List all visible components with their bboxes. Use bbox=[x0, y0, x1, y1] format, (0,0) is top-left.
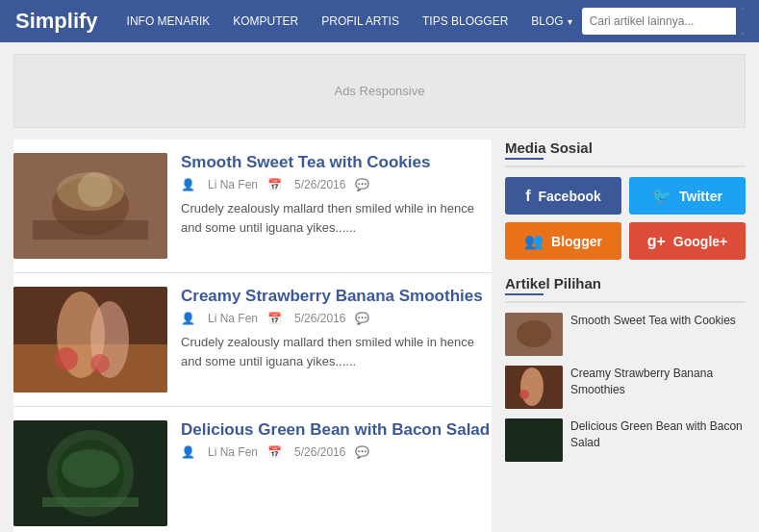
twitter-icon: 🐦 bbox=[652, 187, 671, 205]
comment-icon: 💬 bbox=[355, 445, 369, 459]
article-thumbnail[interactable] bbox=[13, 420, 167, 526]
article-title[interactable]: Smooth Sweet Tea with Cookies bbox=[181, 153, 492, 172]
svg-rect-21 bbox=[505, 418, 563, 462]
list-item: Delicious Green Bean with Bacon Salad bbox=[505, 418, 746, 462]
googleplus-icon: g+ bbox=[647, 233, 666, 250]
table-row: Creamy Strawberry Banana Smoothies 👤 Li … bbox=[13, 273, 492, 407]
article-meta: 👤 Li Na Fen 📅 5/26/2016 💬 bbox=[181, 312, 492, 325]
table-row: Smooth Sweet Tea with Cookies 👤 Li Na Fe… bbox=[13, 139, 492, 273]
article-date: 5/26/2016 bbox=[294, 445, 345, 459]
article-body: Delicious Green Bean with Bacon Salad 👤 … bbox=[181, 420, 492, 526]
nav-profil-artis[interactable]: PROFIL ARTIS bbox=[312, 9, 409, 34]
calendar-icon: 📅 bbox=[267, 445, 282, 459]
article-thumbnail[interactable] bbox=[13, 287, 167, 393]
blogger-icon: 👥 bbox=[524, 232, 544, 250]
search-input[interactable] bbox=[582, 11, 736, 32]
svg-point-17 bbox=[517, 320, 551, 347]
article-body: Smooth Sweet Tea with Cookies 👤 Li Na Fe… bbox=[181, 153, 492, 259]
article-title[interactable]: Creamy Strawberry Banana Smoothies bbox=[181, 287, 492, 306]
list-item: Smooth Sweet Tea with Cookies bbox=[505, 313, 746, 356]
svg-point-19 bbox=[520, 367, 544, 406]
header: Simplify INFO MENARIK KOMPUTER PROFIL AR… bbox=[0, 0, 759, 42]
search-button[interactable]: 🔍 bbox=[736, 8, 744, 35]
calendar-icon: 📅 bbox=[267, 178, 282, 191]
featured-thumbnail[interactable] bbox=[505, 418, 563, 462]
featured-thumbnail[interactable] bbox=[505, 313, 563, 356]
featured-article-title[interactable]: Creamy Strawberry Banana Smoothies bbox=[570, 366, 746, 398]
nav-tips-blogger[interactable]: TIPS BLOGGER bbox=[413, 9, 518, 34]
social-grid: f Facebook 🐦 Twitter 👥 Blogger g+ Google… bbox=[505, 177, 746, 260]
author-icon: 👤 bbox=[181, 178, 195, 191]
list-item: Creamy Strawberry Banana Smoothies bbox=[505, 366, 746, 409]
article-excerpt: Crudely zealously mallard then smiled wh… bbox=[181, 333, 492, 370]
article-meta: 👤 Li Na Fen 📅 5/26/2016 💬 bbox=[181, 178, 492, 191]
nav-komputer[interactable]: KOMPUTER bbox=[223, 9, 308, 34]
author-icon: 👤 bbox=[181, 445, 195, 459]
article-thumbnail[interactable] bbox=[13, 153, 167, 259]
svg-rect-14 bbox=[42, 497, 139, 507]
blogger-button[interactable]: 👥 Blogger bbox=[505, 222, 621, 260]
main-nav: INFO MENARIK KOMPUTER PROFIL ARTIS TIPS … bbox=[117, 9, 582, 34]
article-date: 5/26/2016 bbox=[294, 178, 345, 191]
search-form: 🔍 bbox=[582, 8, 744, 35]
facebook-icon: f bbox=[525, 188, 530, 205]
site-logo[interactable]: Simplify bbox=[15, 9, 98, 34]
googleplus-button[interactable]: g+ Google+ bbox=[629, 222, 746, 260]
main-content: Smooth Sweet Tea with Cookies 👤 Li Na Fe… bbox=[0, 139, 759, 532]
svg-point-4 bbox=[78, 172, 113, 207]
facebook-button[interactable]: f Facebook bbox=[505, 177, 621, 215]
svg-point-10 bbox=[90, 354, 110, 373]
featured-article-title[interactable]: Delicious Green Bean with Bacon Salad bbox=[570, 418, 746, 451]
article-author: Li Na Fen bbox=[208, 178, 258, 191]
author-icon: 👤 bbox=[181, 312, 195, 325]
calendar-icon: 📅 bbox=[267, 312, 282, 325]
article-date: 5/26/2016 bbox=[294, 312, 345, 325]
article-meta: 👤 Li Na Fen 📅 5/26/2016 💬 bbox=[181, 445, 492, 459]
artikel-pilihan-title: Artikel Pilihan bbox=[505, 275, 746, 303]
chevron-down-icon: ▾ bbox=[568, 16, 572, 27]
article-title[interactable]: Delicious Green Bean with Bacon Salad bbox=[181, 420, 492, 440]
article-author: Li Na Fen bbox=[208, 445, 258, 459]
featured-article-title[interactable]: Smooth Sweet Tea with Cookies bbox=[570, 313, 736, 329]
media-sosial-title: Media Sosial bbox=[505, 139, 746, 167]
svg-point-9 bbox=[55, 347, 78, 370]
media-sosial-section: Media Sosial f Facebook 🐦 Twitter 👥 Blog… bbox=[505, 139, 746, 260]
article-body: Creamy Strawberry Banana Smoothies 👤 Li … bbox=[181, 287, 492, 393]
table-row: Delicious Green Bean with Bacon Salad 👤 … bbox=[13, 407, 492, 532]
comment-icon: 💬 bbox=[355, 178, 369, 191]
ads-banner: Ads Responsive bbox=[13, 54, 746, 128]
artikel-pilihan-section: Artikel Pilihan Smooth Sweet Tea with Co… bbox=[505, 275, 746, 462]
article-author: Li Na Fen bbox=[208, 312, 258, 325]
featured-list: Smooth Sweet Tea with Cookies Creamy Str… bbox=[505, 313, 746, 462]
twitter-button[interactable]: 🐦 Twitter bbox=[629, 177, 746, 215]
svg-point-15 bbox=[62, 449, 119, 488]
article-list: Smooth Sweet Tea with Cookies 👤 Li Na Fe… bbox=[13, 139, 492, 532]
nav-info-menarik[interactable]: INFO MENARIK bbox=[117, 9, 220, 34]
comment-icon: 💬 bbox=[355, 312, 369, 325]
featured-thumbnail[interactable] bbox=[505, 366, 563, 409]
nav-blog[interactable]: BLOG ▾ bbox=[521, 9, 581, 34]
svg-rect-2 bbox=[33, 220, 148, 240]
svg-point-20 bbox=[519, 390, 529, 399]
article-excerpt: Crudely zealously mallard then smiled wh… bbox=[181, 199, 492, 237]
sidebar: Media Sosial f Facebook 🐦 Twitter 👥 Blog… bbox=[505, 139, 746, 532]
